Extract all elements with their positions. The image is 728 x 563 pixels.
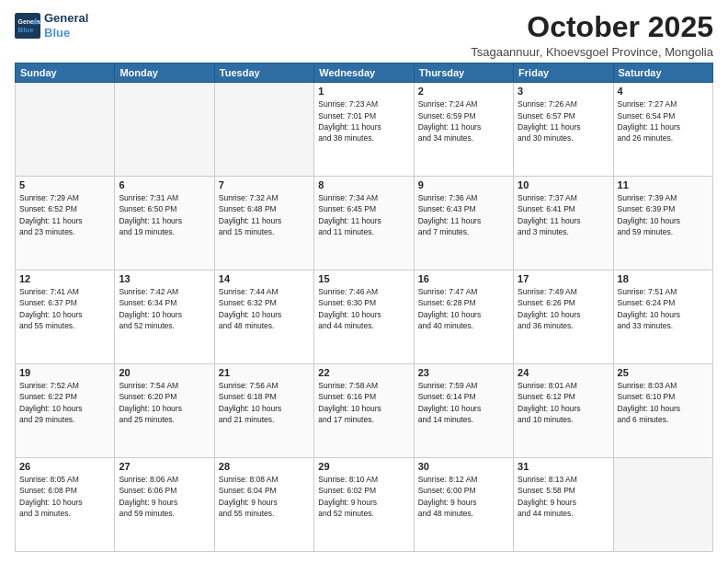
calendar-cell: 13Sunrise: 7:42 AM Sunset: 6:34 PM Dayli… [115,270,214,364]
day-number: 19 [19,367,110,378]
calendar-cell: 22Sunrise: 7:58 AM Sunset: 6:16 PM Dayli… [314,364,414,458]
day-info: Sunrise: 7:44 AM Sunset: 6:32 PM Dayligh… [219,286,310,331]
week-row-4: 26Sunrise: 8:05 AM Sunset: 6:08 PM Dayli… [16,458,713,552]
weekday-header-sunday: Sunday [16,63,115,83]
calendar-cell: 31Sunrise: 8:13 AM Sunset: 5:58 PM Dayli… [514,458,613,552]
day-info: Sunrise: 7:42 AM Sunset: 6:34 PM Dayligh… [119,286,210,331]
calendar-cell: 30Sunrise: 8:12 AM Sunset: 6:00 PM Dayli… [414,458,513,552]
weekday-header-saturday: Saturday [613,63,712,83]
calendar-cell [214,83,313,177]
week-row-1: 5Sunrise: 7:29 AM Sunset: 6:52 PM Daylig… [16,177,713,270]
day-info: Sunrise: 7:58 AM Sunset: 6:16 PM Dayligh… [318,380,409,425]
calendar-cell: 1Sunrise: 7:23 AM Sunset: 7:01 PM Daylig… [314,83,414,177]
day-info: Sunrise: 7:26 AM Sunset: 6:57 PM Dayligh… [518,98,609,144]
weekday-header-monday: Monday [115,63,214,83]
day-info: Sunrise: 8:01 AM Sunset: 6:12 PM Dayligh… [518,380,609,425]
calendar-cell: 10Sunrise: 7:37 AM Sunset: 6:41 PM Dayli… [514,177,613,270]
day-number: 11 [618,179,709,190]
calendar-cell [613,458,712,552]
calendar-cell: 5Sunrise: 7:29 AM Sunset: 6:52 PM Daylig… [16,177,115,270]
day-number: 29 [318,461,409,472]
day-number: 23 [418,367,509,378]
day-number: 5 [19,179,110,190]
day-number: 21 [219,367,310,378]
day-number: 24 [518,367,609,378]
calendar-cell: 29Sunrise: 8:10 AM Sunset: 6:02 PM Dayli… [314,458,414,552]
calendar-cell: 20Sunrise: 7:54 AM Sunset: 6:20 PM Dayli… [115,364,214,458]
day-number: 9 [418,179,509,190]
day-info: Sunrise: 8:06 AM Sunset: 6:06 PM Dayligh… [119,474,210,519]
calendar-cell: 6Sunrise: 7:31 AM Sunset: 6:50 PM Daylig… [115,177,214,270]
calendar-cell: 23Sunrise: 7:59 AM Sunset: 6:14 PM Dayli… [414,364,513,458]
day-info: Sunrise: 7:49 AM Sunset: 6:26 PM Dayligh… [518,286,609,331]
day-number: 15 [318,273,409,284]
calendar-cell: 8Sunrise: 7:34 AM Sunset: 6:45 PM Daylig… [314,177,414,270]
title-block: October 2025 Tsagaannuur, Khoevsgoel Pro… [471,11,713,59]
calendar-cell: 12Sunrise: 7:41 AM Sunset: 6:37 PM Dayli… [16,270,115,364]
day-number: 6 [119,179,210,190]
day-number: 17 [518,273,609,284]
calendar-cell: 11Sunrise: 7:39 AM Sunset: 6:39 PM Dayli… [613,177,712,270]
calendar-cell: 7Sunrise: 7:32 AM Sunset: 6:48 PM Daylig… [214,177,313,270]
day-number: 1 [318,86,409,97]
location: Tsagaannuur, Khoevsgoel Province, Mongol… [471,45,713,59]
calendar-cell: 4Sunrise: 7:27 AM Sunset: 6:54 PM Daylig… [613,83,712,177]
day-info: Sunrise: 7:37 AM Sunset: 6:41 PM Dayligh… [518,192,609,237]
day-info: Sunrise: 7:41 AM Sunset: 6:37 PM Dayligh… [19,286,110,331]
header: General Blue General Blue October 2025 T… [15,11,713,59]
calendar-cell: 26Sunrise: 8:05 AM Sunset: 6:08 PM Dayli… [16,458,115,552]
svg-text:Blue: Blue [18,26,35,34]
calendar-cell: 15Sunrise: 7:46 AM Sunset: 6:30 PM Dayli… [314,270,414,364]
calendar-cell: 19Sunrise: 7:52 AM Sunset: 6:22 PM Dayli… [16,364,115,458]
logo-text: General Blue [44,11,88,40]
week-row-3: 19Sunrise: 7:52 AM Sunset: 6:22 PM Dayli… [16,364,713,458]
calendar-cell: 24Sunrise: 8:01 AM Sunset: 6:12 PM Dayli… [514,364,613,458]
logo: General Blue General Blue [15,11,88,40]
calendar-cell: 3Sunrise: 7:26 AM Sunset: 6:57 PM Daylig… [514,83,613,177]
day-number: 12 [19,273,110,284]
day-info: Sunrise: 7:54 AM Sunset: 6:20 PM Dayligh… [119,380,210,425]
day-info: Sunrise: 7:39 AM Sunset: 6:39 PM Dayligh… [618,192,709,237]
weekday-header-row: SundayMondayTuesdayWednesdayThursdayFrid… [16,63,713,83]
calendar-cell: 9Sunrise: 7:36 AM Sunset: 6:43 PM Daylig… [414,177,513,270]
day-info: Sunrise: 7:59 AM Sunset: 6:14 PM Dayligh… [418,380,509,425]
day-number: 18 [618,273,709,284]
calendar-cell: 18Sunrise: 7:51 AM Sunset: 6:24 PM Dayli… [613,270,712,364]
calendar-cell [115,83,214,177]
day-number: 30 [418,461,509,472]
day-info: Sunrise: 7:52 AM Sunset: 6:22 PM Dayligh… [19,380,110,425]
day-number: 28 [219,461,310,472]
day-info: Sunrise: 8:05 AM Sunset: 6:08 PM Dayligh… [19,474,110,519]
day-info: Sunrise: 8:03 AM Sunset: 6:10 PM Dayligh… [618,380,709,425]
week-row-0: 1Sunrise: 7:23 AM Sunset: 7:01 PM Daylig… [16,83,713,177]
day-info: Sunrise: 7:24 AM Sunset: 6:59 PM Dayligh… [418,98,509,144]
day-info: Sunrise: 8:08 AM Sunset: 6:04 PM Dayligh… [219,474,310,519]
day-number: 20 [119,367,210,378]
calendar-cell: 21Sunrise: 7:56 AM Sunset: 6:18 PM Dayli… [214,364,313,458]
calendar-cell: 2Sunrise: 7:24 AM Sunset: 6:59 PM Daylig… [414,83,513,177]
day-number: 10 [518,179,609,190]
day-info: Sunrise: 7:23 AM Sunset: 7:01 PM Dayligh… [318,98,409,144]
day-number: 8 [318,179,409,190]
calendar-cell: 28Sunrise: 8:08 AM Sunset: 6:04 PM Dayli… [214,458,313,552]
day-info: Sunrise: 7:47 AM Sunset: 6:28 PM Dayligh… [418,286,509,331]
day-number: 25 [618,367,709,378]
calendar-cell: 14Sunrise: 7:44 AM Sunset: 6:32 PM Dayli… [214,270,313,364]
weekday-header-friday: Friday [514,63,613,83]
day-info: Sunrise: 7:27 AM Sunset: 6:54 PM Dayligh… [618,98,709,144]
calendar-cell: 27Sunrise: 8:06 AM Sunset: 6:06 PM Dayli… [115,458,214,552]
day-info: Sunrise: 7:32 AM Sunset: 6:48 PM Dayligh… [219,192,310,237]
day-number: 7 [219,179,310,190]
weekday-header-wednesday: Wednesday [314,63,414,83]
logo-icon: General Blue [15,13,40,39]
day-number: 26 [19,461,110,472]
day-info: Sunrise: 7:46 AM Sunset: 6:30 PM Dayligh… [318,286,409,331]
day-info: Sunrise: 8:12 AM Sunset: 6:00 PM Dayligh… [418,474,509,519]
day-info: Sunrise: 7:51 AM Sunset: 6:24 PM Dayligh… [618,286,709,331]
week-row-2: 12Sunrise: 7:41 AM Sunset: 6:37 PM Dayli… [16,270,713,364]
day-number: 16 [418,273,509,284]
day-number: 4 [618,86,709,97]
day-number: 2 [418,86,509,97]
calendar-table: SundayMondayTuesdayWednesdayThursdayFrid… [15,63,713,552]
day-info: Sunrise: 8:10 AM Sunset: 6:02 PM Dayligh… [318,474,409,519]
